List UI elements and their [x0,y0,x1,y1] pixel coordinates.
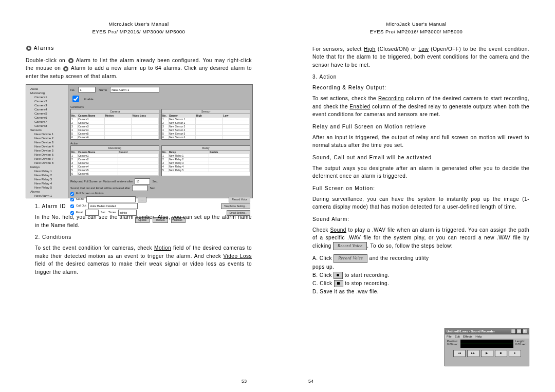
no-label: No. [70,88,75,91]
sound-path[interactable] [86,196,136,202]
sub-soundalarm: Sound Alarm: [303,216,529,222]
tree-panel: AudioMonitoringCamera1Camera2Camera3Came… [26,85,68,198]
svg-point-3 [70,60,72,62]
svg-point-5 [65,68,67,70]
para-soundalarm: Check Sound to play a .WAV file when an … [303,226,529,251]
fs-motion-checkbox[interactable] [70,192,74,196]
sub-recrelay: Recording & Relay Output: [303,85,529,90]
dialog-panel: No. Name Enable Conditions CameraNo.Came… [68,85,252,198]
para-relayfs: After an input is triggered, the output … [303,134,529,150]
steps: A. Click Record Voice and the recording … [303,254,436,296]
waveform-display [460,340,513,348]
browse-sound-button[interactable]: … [138,197,146,202]
sound-checkbox[interactable] [70,198,74,201]
relay-grid: RelayNo.RelayEnable1New Relay 12New Rela… [161,145,250,176]
intro-paragraph: Double-click on Alarm to list the alarm … [26,57,252,81]
header-line2: EYES Pro/ MP2016/ MP3000/ MP5000 [303,28,529,35]
enable-checkbox[interactable] [72,96,79,102]
para-conditions: To set the event condition for cameras, … [26,244,252,276]
alarm-icon [63,66,69,72]
telephone-setting-button[interactable]: Telephone Setting… [221,203,250,209]
callout-opt[interactable] [88,203,138,209]
sce-sec[interactable] [132,185,147,191]
record-voice-inline-button[interactable]: Record Voice [333,242,367,250]
para-fsmotion: During surveillance, you can have the sy… [303,195,529,211]
minimize-icon[interactable]: _ [511,329,516,334]
sound-recorder-window: Untitled01.wav - Sound Recorder _ □ × Fi… [445,328,529,366]
svg-point-1 [28,47,30,49]
stop-icon[interactable] [334,280,343,287]
relay-fs-sec[interactable] [135,178,150,184]
sub-fsmotion: Full Screen on Motion: [303,185,529,191]
conditions-label: Conditions [70,105,250,108]
record-voice-button[interactable]: Record Voice [229,197,250,202]
para-sce: The output ways you designate after an a… [303,164,529,180]
heading-action: 3. Action [303,74,529,80]
action-label: Action [70,142,250,145]
record-voice-step-button[interactable]: Record Voice [334,254,367,263]
page-header: MicroJack User's Manual EYES Pro/ MP2016… [26,21,252,36]
config-dialog-screenshot: AudioMonitoringCamera1Camera2Camera3Came… [26,84,253,198]
sub-sce: Sound, Call out and Email will be activa… [303,155,529,160]
header-line1: MicroJack User's Manual [303,21,529,28]
recording-grid: RecordingNo.Camera NameRecord1Camera12Ca… [70,145,159,176]
no-field[interactable] [78,87,96,92]
sensor-grid: SensorNo.SensorHighLow1New Sensor 12New … [161,109,250,140]
heading-conditions: 2. Conditions [26,234,252,240]
name-label: Name [99,88,107,91]
recorder-buttons: ◂◂▸ ▸▶■● [445,349,529,358]
close-icon[interactable]: × [522,329,527,334]
header-line1: MicroJack User's Manual [26,21,252,28]
alarm-icon [68,58,74,64]
page-header: MicroJack User's Manual EYES Pro/ MP2016… [303,21,529,36]
position-value: 0.00 sec. [447,343,458,346]
recorder-menu: FileEditEffectsHelp [445,334,529,339]
length-value: 0.00 sec. [515,343,527,346]
sub-relayfs: Relay and Full Screen on Motion retrieve [303,124,529,129]
record-icon[interactable] [334,272,343,279]
alarm-icon [26,45,32,51]
para-sensors: For sensors, select High (Closed/ON) or … [303,45,529,69]
page-54: MicroJack User's Manual EYES Pro/ MP2016… [278,0,555,392]
page-53: MicroJack User's Manual EYES Pro/ MP2016… [0,0,278,392]
maximize-icon[interactable]: □ [516,329,522,334]
section-title-alarms: Alarms [26,45,252,51]
callout-checkbox[interactable] [70,204,74,208]
camera-grid: CameraNo.Camera NameMotionVideo Loss1Cam… [70,109,159,140]
page-number: 53 [242,379,247,384]
header-line2: EYES Pro/ MP2016/ MP3000/ MP5000 [26,28,252,35]
recorder-title: Untitled01.wav - Sound Recorder _ □ × [445,328,529,334]
para-recrelay: To set actions, check the Recording colu… [303,95,529,119]
name-field[interactable] [110,87,159,92]
page-number: 54 [308,379,313,384]
enable-label: Enable [84,98,94,101]
